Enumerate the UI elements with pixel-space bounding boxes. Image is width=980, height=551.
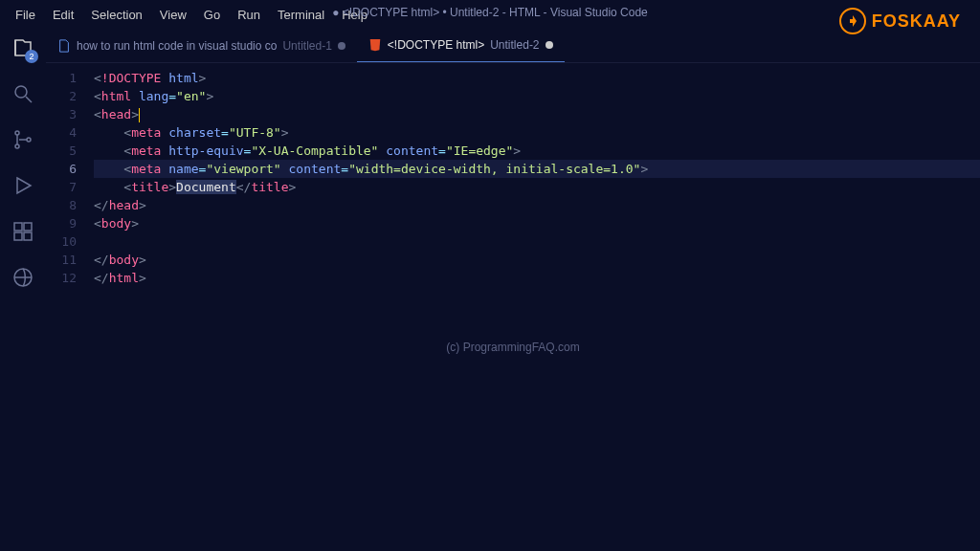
code-line[interactable]: <title>Document</title> <box>94 178 980 196</box>
html-icon <box>368 38 382 52</box>
code-line[interactable]: <head> <box>94 105 980 123</box>
activity-bar: 2 <box>0 29 46 551</box>
svg-rect-6 <box>24 223 32 231</box>
code-line[interactable]: <!DOCTYPE html> <box>94 69 980 87</box>
svg-point-2 <box>15 131 19 135</box>
logo-text: FOSKAAY <box>872 11 961 32</box>
code-line[interactable]: </head> <box>94 196 980 214</box>
line-number: 1 <box>46 69 77 87</box>
tab-title: <!DOCTYPE html> <box>388 38 484 52</box>
line-number: 11 <box>46 251 77 269</box>
text-cursor <box>139 108 140 122</box>
code-line[interactable]: <html lang="en"> <box>94 87 980 105</box>
line-number: 6 <box>46 160 77 178</box>
menu-run[interactable]: Run <box>230 4 268 26</box>
main: 2 how to run html code in visual studio … <box>0 29 980 551</box>
menu-terminal[interactable]: Terminal <box>270 4 332 26</box>
window-title: ● <!DOCTYPE html> • Untitled-2 - HTML - … <box>332 6 648 19</box>
svg-rect-8 <box>24 232 32 240</box>
line-number: 2 <box>46 87 77 105</box>
line-number: 8 <box>46 196 77 214</box>
modified-dot-icon <box>338 42 345 50</box>
menu-edit[interactable]: Edit <box>45 4 81 26</box>
svg-rect-5 <box>14 223 22 231</box>
search-icon[interactable] <box>10 80 36 107</box>
run-debug-icon[interactable] <box>10 172 36 199</box>
svg-point-3 <box>15 144 19 148</box>
tab-subtitle: Untitled-2 <box>490 38 539 52</box>
code-content[interactable]: <!DOCTYPE html> <html lang="en"> <head> … <box>94 69 980 551</box>
code-line[interactable]: <meta http-equiv="X-UA-Compatible" conte… <box>94 142 980 160</box>
menu-view[interactable]: View <box>152 4 194 26</box>
code-line[interactable]: <body> <box>94 214 980 232</box>
line-number-gutter: 1 2 3 4 5 6 7 8 9 10 11 12 <box>46 69 94 551</box>
line-number: 3 <box>46 105 77 123</box>
svg-point-4 <box>27 138 31 142</box>
logo-icon <box>839 8 866 34</box>
tab-untitled-1[interactable]: how to run html code in visual studio co… <box>46 29 357 62</box>
brand-logo: FOSKAAY <box>839 8 961 34</box>
line-number: 10 <box>46 232 77 251</box>
line-number: 12 <box>46 269 77 287</box>
tab-untitled-2[interactable]: <!DOCTYPE html> Untitled-2 <box>357 29 565 62</box>
line-number: 5 <box>46 142 77 160</box>
eco-icon[interactable] <box>10 264 36 291</box>
line-number: 9 <box>46 214 77 232</box>
code-line[interactable] <box>94 232 980 251</box>
tab-subtitle: Untitled-1 <box>282 39 331 53</box>
code-editor[interactable]: 1 2 3 4 5 6 7 8 9 10 11 12 <!DOCTYPE htm… <box>46 63 980 551</box>
svg-line-1 <box>26 97 32 102</box>
code-line[interactable]: </body> <box>94 251 980 269</box>
svg-rect-7 <box>14 232 22 240</box>
explorer-badge: 2 <box>25 50 38 63</box>
source-control-icon[interactable] <box>10 126 36 153</box>
line-number: 7 <box>46 178 77 196</box>
watermark: (c) ProgrammingFAQ.com <box>446 341 579 354</box>
code-line[interactable]: </html> <box>94 269 980 287</box>
svg-point-0 <box>15 86 27 98</box>
file-icon <box>57 39 71 53</box>
modified-dot-icon <box>546 41 553 49</box>
line-number: 4 <box>46 123 77 142</box>
explorer-icon[interactable]: 2 <box>10 34 36 61</box>
menu-selection[interactable]: Selection <box>83 4 149 26</box>
menu-file[interactable]: File <box>8 4 43 26</box>
code-line[interactable]: <meta charset="UTF-8"> <box>94 123 980 142</box>
tab-title: how to run html code in visual studio co <box>77 39 277 53</box>
code-line[interactable]: <meta name="viewport" content="width=dev… <box>94 160 980 178</box>
menu-go[interactable]: Go <box>196 4 228 26</box>
editor-area: how to run html code in visual studio co… <box>46 29 980 551</box>
extensions-icon[interactable] <box>10 218 36 245</box>
